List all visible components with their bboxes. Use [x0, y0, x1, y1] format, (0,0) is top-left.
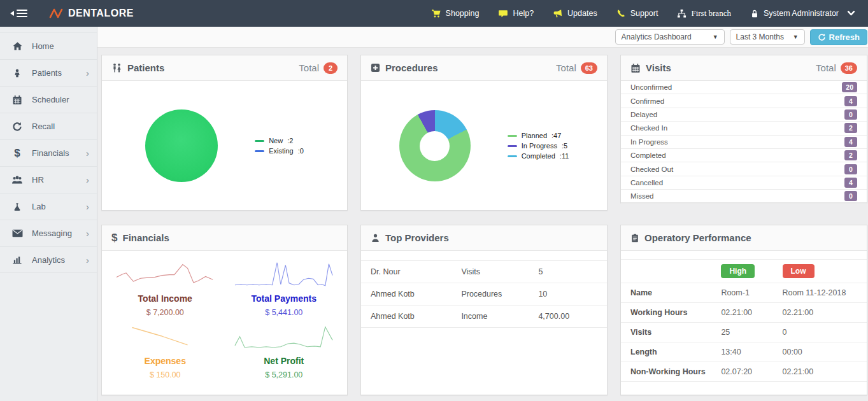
chat-icon	[498, 9, 508, 18]
select-arrow-icon: ▼	[786, 34, 799, 40]
nav-updates[interactable]: Updates	[553, 9, 597, 18]
provider-row[interactable]: Ahmed Kotb Income 4,700.00	[361, 306, 607, 328]
operatory-header-row: High Low	[621, 259, 867, 283]
sidebar-item-label: Lab	[32, 202, 46, 211]
visit-row-delayed[interactable]: Delayed 0	[621, 108, 867, 122]
sidebar-item-patients[interactable]: Patients ›	[0, 59, 97, 86]
nav-user-menu[interactable]: System Administrator	[750, 9, 855, 18]
operatory-row-non-working-hours[interactable]: Non-Working Hours 02.07:20 02.21:00	[621, 362, 867, 382]
operatory-row-visits[interactable]: Visits 25 0	[621, 323, 867, 342]
legend-label: Existing	[269, 146, 294, 155]
sidebar-toggle-button[interactable]	[10, 8, 27, 19]
nav-branch-label: First branch	[691, 8, 730, 18]
visit-row-missed[interactable]: Missed 0	[621, 190, 867, 203]
operatory-low-value: 00:00	[783, 348, 858, 356]
metric-net-profit[interactable]: Net Profit $ 5,291.00	[225, 318, 344, 381]
patients-pie-chart[interactable]	[145, 109, 218, 182]
visit-count-badge: 0	[844, 109, 857, 120]
sidebar-item-scheduler[interactable]: Scheduler	[0, 86, 97, 113]
nav-shopping-label: Shopping	[446, 9, 480, 18]
metric-expenses[interactable]: Expenses $ 150.00	[106, 318, 225, 381]
procedures-donut-chart[interactable]	[399, 110, 471, 181]
visit-row-completed[interactable]: Completed 2	[621, 149, 867, 162]
visit-row-checked-out[interactable]: Checked Out 0	[621, 162, 867, 176]
provider-row[interactable]: Dr. Nour Visits 5	[361, 260, 607, 283]
total-label: Total	[556, 62, 576, 73]
operatory-table: High Low Name Room-1 Room 11-12-2018 Wor…	[621, 251, 867, 382]
legend-item[interactable]: In Progress :5	[508, 141, 569, 150]
plus-square-icon	[371, 63, 380, 73]
sidebar-item-hr[interactable]: HR ›	[0, 166, 97, 193]
patients-legend: New :2 Existing :0	[255, 135, 304, 157]
sidebar-item-lab[interactable]: Lab ›	[0, 193, 97, 220]
legend-item[interactable]: Planned :47	[508, 131, 569, 140]
legend-swatch-new	[255, 140, 264, 142]
nav-help[interactable]: Help?	[498, 9, 534, 18]
nav-branch[interactable]: First branch	[677, 8, 730, 18]
chevron-right-icon: ›	[86, 228, 89, 239]
chevron-down-icon	[847, 10, 855, 17]
nav-support[interactable]: Support	[616, 9, 658, 18]
net-profit-sparkline	[231, 322, 336, 355]
top-providers-card-header: Top Providers	[361, 225, 607, 251]
card-title: Procedures	[385, 62, 438, 73]
payments-sparkline	[231, 260, 336, 293]
clipboard-icon	[630, 233, 639, 243]
sidebar-item-financials[interactable]: $ Financials ›	[0, 139, 97, 166]
legend-item[interactable]: Completed :11	[508, 151, 569, 160]
legend-item[interactable]: New :2	[255, 136, 304, 145]
sidebar-item-messaging[interactable]: Messaging ›	[0, 220, 97, 246]
person-icon	[11, 68, 23, 78]
metric-total-income[interactable]: Total Income $ 7,200.00	[106, 256, 225, 318]
visit-row-cancelled[interactable]: Cancelled 4	[621, 176, 867, 190]
legend-item[interactable]: Existing :0	[255, 146, 304, 155]
sidebar-item-analytics[interactable]: Analytics ›	[0, 246, 97, 273]
refresh-button[interactable]: Refresh	[810, 29, 867, 45]
visit-label: Checked In	[630, 124, 667, 132]
collapse-arrow-icon	[10, 11, 14, 16]
financials-body: Total Income $ 7,200.00 Total Payments $…	[102, 251, 347, 386]
metric-value: $ 5,441.00	[225, 308, 344, 317]
operatory-row-label: Working Hours	[630, 308, 721, 317]
operatory-row-label: Name	[630, 288, 721, 297]
dashboard-select[interactable]: Analytics Dashboard ▼	[615, 29, 725, 45]
operatory-row-name[interactable]: Name Room-1 Room 11-12-2018	[621, 283, 867, 303]
sidebar: Home Patients › Scheduler Recall $	[0, 27, 97, 401]
flask-icon	[11, 202, 23, 212]
sidebar-item-recall[interactable]: Recall	[0, 113, 97, 139]
visit-row-unconfirmed[interactable]: Unconfirmed 20	[621, 81, 867, 94]
nav-shopping[interactable]: Shopping	[431, 9, 480, 18]
operatory-low-value: 02.21:00	[783, 308, 858, 317]
visit-row-checked-in[interactable]: Checked In 2	[621, 122, 867, 135]
provider-name: Dr. Nour	[371, 267, 461, 276]
provider-row[interactable]: Ahmed Kotb Procedures 10	[361, 283, 607, 306]
visit-label: Completed	[630, 151, 666, 159]
procedures-card: Procedures Total 63 Planned :47	[360, 55, 608, 211]
metric-total-payments[interactable]: Total Payments $ 5,441.00	[225, 256, 344, 318]
card-title: Visits	[646, 62, 671, 73]
period-select[interactable]: Last 3 Months ▼	[730, 29, 805, 45]
high-badge: High	[721, 264, 755, 278]
hamburger-icon	[17, 8, 27, 19]
dollar-icon: $	[11, 147, 23, 160]
legend-value: :5	[562, 141, 567, 150]
operatory-high-value: 02.07:20	[721, 367, 782, 376]
visit-row-confirmed[interactable]: Confirmed 4	[621, 94, 867, 108]
home-icon	[11, 41, 23, 52]
sidebar-item-home[interactable]: Home	[0, 32, 97, 59]
dentalore-logo-icon	[49, 8, 63, 19]
legend-swatch-existing	[255, 150, 264, 152]
chevron-right-icon: ›	[86, 148, 89, 158]
provider-metric: Visits	[461, 267, 538, 276]
person-icon	[371, 233, 380, 243]
operatory-row-working-hours[interactable]: Working Hours 02.21:00 02.21:00	[621, 303, 867, 323]
app-brand[interactable]: DENTALORE	[49, 8, 134, 19]
operatory-row-length[interactable]: Length 13:40 00:00	[621, 342, 867, 362]
procedures-total-badge: 63	[581, 62, 597, 74]
refresh-icon	[818, 33, 826, 41]
refresh-button-label: Refresh	[829, 32, 860, 42]
provider-metric: Income	[461, 312, 538, 321]
operatory-card-header: Operatory Performance	[621, 225, 867, 251]
chevron-right-icon: ›	[86, 201, 89, 212]
visit-row-in-progress[interactable]: In Progress 4	[621, 136, 867, 149]
